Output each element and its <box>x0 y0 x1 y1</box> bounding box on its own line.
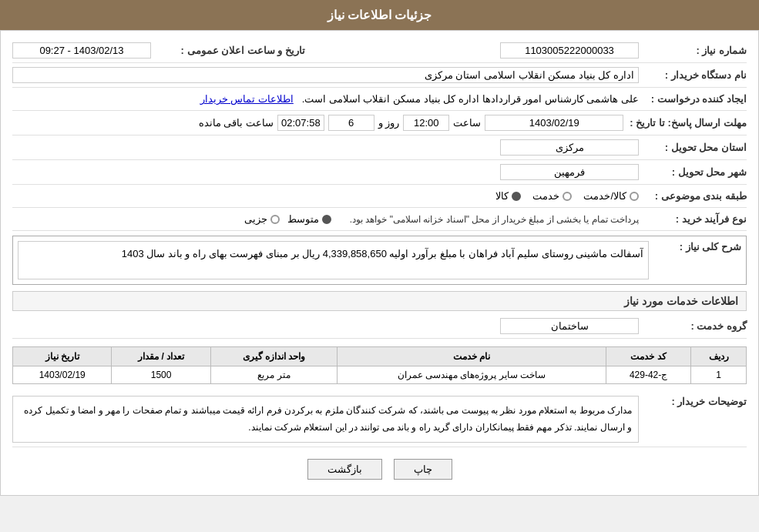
deadline-time: 12:00 <box>403 115 449 131</box>
announcement-date-value: 1403/02/13 - 09:27 <box>12 42 151 59</box>
process-radio-jozei <box>270 215 280 224</box>
cell-quantity: 1500 <box>112 366 210 384</box>
page-container: جزئیات اطلاعات نیاز شماره نیاز : 1103005… <box>0 0 759 496</box>
process-type-option-motavaset[interactable]: متوسط <box>287 213 331 225</box>
deadline-day: 6 <box>328 115 374 131</box>
announcement-date-label: تاریخ و ساعت اعلان عمومی : <box>151 45 305 56</box>
need-description-label: شرح کلی نیاز : <box>649 241 741 253</box>
process-type-note: پرداخت تمام یا بخشی از مبلغ خریدار از مح… <box>350 214 639 225</box>
process-type-container: پرداخت تمام یا بخشی از مبلغ خریدار از مح… <box>12 213 639 225</box>
services-section-title: اطلاعات خدمات مورد نیاز <box>12 291 747 311</box>
category-options: کالا/خدمت خدمت کالا <box>12 190 639 202</box>
buyer-org-value-container: اداره کل بنیاد مسکن انقلاب اسلامی استان … <box>12 67 639 83</box>
cell-service-code: ج-42-429 <box>606 366 691 384</box>
category-label-khedmat: خدمت <box>532 190 559 202</box>
buyer-org-row: نام دستگاه خریدار : اداره کل بنیاد مسکن … <box>12 63 747 88</box>
category-label-kala: کالا <box>495 190 509 202</box>
buyer-notes-row: توضیحات خریدار : مدارک مربوط به استعلام … <box>12 392 747 447</box>
service-group-label: گروه خدمت : <box>639 320 747 332</box>
deadline-time-label: ساعت <box>453 117 481 129</box>
need-description-row: شرح کلی نیاز : آسفالت ماشینی روستای سلیم… <box>12 236 747 285</box>
buyer-notes-container: مدارک مربوط به استعلام مورد نظر به پیوست… <box>12 396 639 443</box>
table-header-row: ردیف کد خدمت نام خدمت واحد اندازه گیری ت… <box>13 347 747 366</box>
cell-unit: متر مربع <box>210 366 337 384</box>
col-date: تاریخ نیاز <box>13 347 112 366</box>
deadline-remaining-label: ساعت باقی مانده <box>199 117 274 129</box>
province-value: مرکزی <box>500 139 639 156</box>
buyer-org-value: اداره کل بنیاد مسکن انقلاب اسلامی استان … <box>12 67 639 83</box>
deadline-values: 1403/02/19 ساعت 12:00 روز و 6 02:07:58 س… <box>12 115 623 131</box>
deadline-date: 1403/02/19 <box>485 115 623 131</box>
back-button[interactable]: بازگشت <box>307 459 382 480</box>
need-description-container: آسفالت ماشینی روستای سلیم آباد فراهان با… <box>18 241 649 279</box>
table-row: 1 ج-42-429 ساخت سایر پروژه‌های مهندسی عم… <box>13 366 747 384</box>
category-label-kala-khedmat: کالا/خدمت <box>583 190 626 202</box>
province-label: استان محل تحویل : <box>639 142 747 153</box>
city-row: شهر محل تحویل : فرمهین <box>12 160 747 185</box>
requester-label: ایجاد کننده درخواست : <box>639 93 747 105</box>
service-group-value: ساختمان <box>500 318 639 334</box>
service-group-value-container: ساختمان <box>12 318 639 334</box>
process-type-label: نوع فرآیند خرید : <box>639 213 747 225</box>
page-header: جزئیات اطلاعات نیاز <box>0 0 759 30</box>
page-title: جزئیات اطلاعات نیاز <box>327 8 432 22</box>
category-radio-kala <box>512 192 521 201</box>
process-type-option-jozei[interactable]: جزیی <box>244 213 280 225</box>
category-row: طبقه بندی موضوعی : کالا/خدمت خدمت کالا <box>12 185 747 208</box>
col-row-num: ردیف <box>691 347 747 366</box>
announcement-date-container: 1403/02/13 - 09:27 <box>12 42 151 59</box>
cell-row-num: 1 <box>691 366 747 384</box>
requester-value-container: علی هاشمی کارشناس امور قراردادها اداره ک… <box>12 93 639 105</box>
requester-link[interactable]: اطلاعات تماس خریدار <box>200 93 294 105</box>
need-number-value-container: 1103005222000033 <box>305 42 639 59</box>
process-label-jozei: جزیی <box>244 213 267 225</box>
need-number-value: 1103005222000033 <box>500 42 639 59</box>
province-value-container: مرکزی <box>12 139 639 156</box>
category-label: طبقه بندی موضوعی : <box>639 190 747 202</box>
city-value: فرمهین <box>500 164 639 180</box>
cell-service-name: ساخت سایر پروژه‌های مهندسی عمران <box>338 366 606 384</box>
print-button[interactable]: چاپ <box>394 459 452 480</box>
cell-date: 1403/02/19 <box>13 366 112 384</box>
button-row: بازگشت چاپ <box>12 459 747 480</box>
deadline-row: مهلت ارسال پاسخ: تا تاریخ : 1403/02/19 س… <box>12 111 747 136</box>
province-row: استان محل تحویل : مرکزی <box>12 136 747 160</box>
services-table-section: ردیف کد خدمت نام خدمت واحد اندازه گیری ت… <box>12 346 747 384</box>
need-description-value: آسفالت ماشینی روستای سلیم آباد فراهان با… <box>18 241 649 279</box>
main-content: شماره نیاز : 1103005222000033 تاریخ و سا… <box>0 30 759 496</box>
col-service-code: کد خدمت <box>606 347 691 366</box>
col-service-name: نام خدمت <box>338 347 606 366</box>
buyer-notes-value: مدارک مربوط به استعلام مورد نظر به پیوست… <box>12 396 639 443</box>
need-number-row: شماره نیاز : 1103005222000033 تاریخ و سا… <box>12 38 747 63</box>
category-option-kala[interactable]: کالا <box>495 190 521 202</box>
process-type-row: نوع فرآیند خرید : پرداخت تمام یا بخشی از… <box>12 208 747 231</box>
col-unit: واحد اندازه گیری <box>210 347 337 366</box>
buyer-notes-label: توضیحات خریدار : <box>639 396 747 407</box>
need-number-label: شماره نیاز : <box>639 45 747 56</box>
process-radio-motavaset <box>322 215 331 224</box>
process-label-motavaset: متوسط <box>287 213 319 225</box>
deadline-remaining: 02:07:58 <box>277 115 324 131</box>
col-quantity: تعداد / مقدار <box>112 347 210 366</box>
city-value-container: فرمهین <box>12 164 639 180</box>
city-label: شهر محل تحویل : <box>639 166 747 178</box>
category-option-khedmat[interactable]: خدمت <box>532 190 572 202</box>
deadline-day-label: روز و <box>378 117 400 129</box>
category-radio-kala-khedmat <box>630 192 639 201</box>
deadline-label: مهلت ارسال پاسخ: تا تاریخ : <box>623 117 747 129</box>
requester-row: ایجاد کننده درخواست : علی هاشمی کارشناس … <box>12 88 747 111</box>
service-group-row: گروه خدمت : ساختمان <box>12 314 747 339</box>
category-option-kala-khedmat[interactable]: کالا/خدمت <box>583 190 639 202</box>
requester-value: علی هاشمی کارشناس امور قراردادها اداره ک… <box>302 93 639 105</box>
category-radio-khedmat <box>563 192 572 201</box>
services-table: ردیف کد خدمت نام خدمت واحد اندازه گیری ت… <box>12 346 747 384</box>
buyer-org-label: نام دستگاه خریدار : <box>639 69 747 81</box>
